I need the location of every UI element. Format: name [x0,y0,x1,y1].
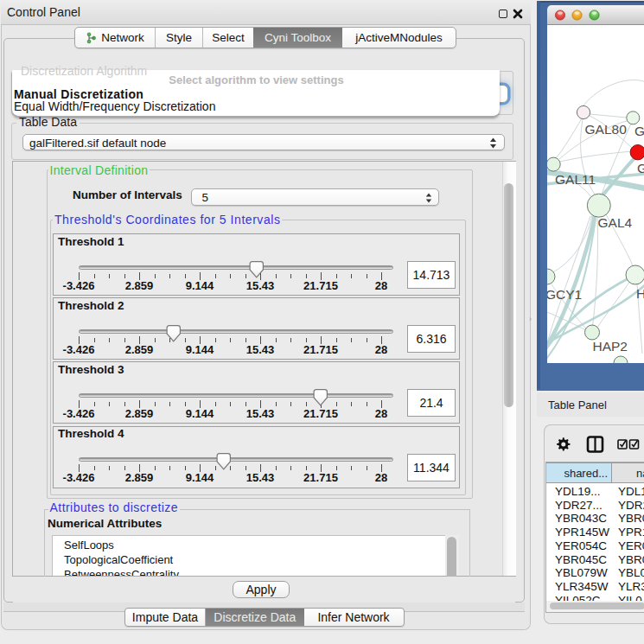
svg-text:H: H [636,286,644,301]
svg-text:GAL4: GAL4 [598,215,633,230]
svg-text:HAP2: HAP2 [593,339,628,354]
svg-text:GA: GA [634,124,644,138]
svg-text:GAL11: GAL11 [555,172,596,187]
svg-text:GCY1: GCY1 [547,287,582,302]
svg-text:G: G [637,161,644,175]
svg-text:GAL80: GAL80 [585,122,628,137]
